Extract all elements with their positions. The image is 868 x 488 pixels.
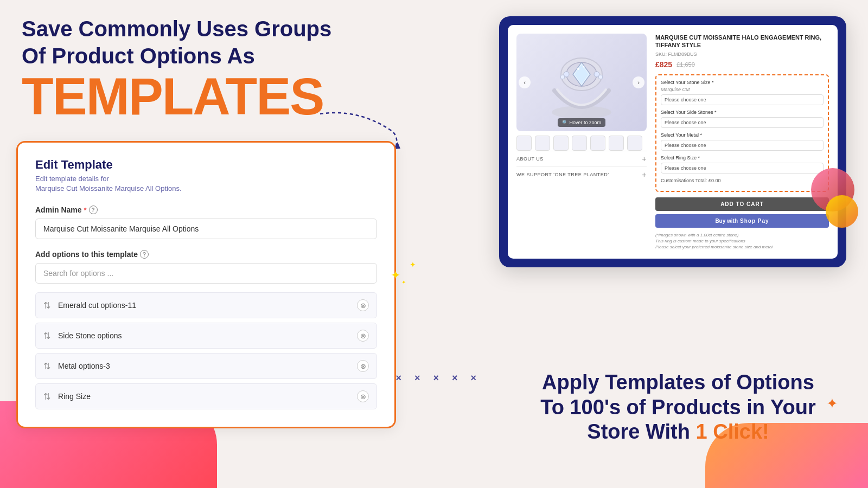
thumbnail-7[interactable] bbox=[627, 136, 642, 151]
product-title: MARQUISE CUT MOISSANITE HALO ENGAGEMENT … bbox=[655, 34, 829, 49]
product-main-image: 🔍 Hover to zoom ‹ › bbox=[516, 34, 647, 131]
list-item: ⇅ Emerald cut options-11 ⊗ bbox=[35, 292, 377, 318]
admin-name-help-icon[interactable]: ? bbox=[89, 206, 98, 214]
left-panel: Save Commonly Uses Groups Of Product Opt… bbox=[22, 16, 401, 133]
tree-planted-plus[interactable]: + bbox=[642, 170, 647, 179]
product-notes: (*Images shown with a 1.00ct centre ston… bbox=[655, 232, 829, 251]
svg-point-3 bbox=[577, 68, 579, 70]
apply-text-line3: Store With 1 Click! bbox=[510, 420, 846, 445]
option-list: ⇅ Emerald cut options-11 ⊗ ⇅ Side Stone … bbox=[35, 292, 377, 409]
click-highlight: 1 Click! bbox=[696, 420, 769, 443]
edit-template-card: Edit Template Edit template details for … bbox=[16, 141, 396, 428]
dashed-arrow bbox=[315, 103, 380, 146]
prev-image-button[interactable]: ‹ bbox=[519, 76, 531, 88]
apply-text-line2: To 100's of Products in Your bbox=[510, 395, 846, 420]
thumbnail-1[interactable] bbox=[516, 136, 532, 151]
purchase-actions: ADD TO CART Buy with Shop Pay (*Images s… bbox=[655, 197, 829, 251]
metal-label: Select Your Metal * bbox=[661, 132, 824, 138]
thumbnail-row bbox=[516, 136, 647, 151]
metal-select[interactable]: Please choose one bbox=[661, 140, 824, 151]
required-star: * bbox=[84, 206, 87, 214]
side-stones-select[interactable]: Please choose one bbox=[661, 117, 824, 128]
next-image-button[interactable]: › bbox=[633, 76, 644, 88]
remove-option-3-button[interactable]: ⊗ bbox=[357, 360, 369, 372]
thumbnail-4[interactable] bbox=[572, 136, 587, 151]
search-input-wrap bbox=[35, 263, 377, 284]
product-preview-frame: 🔍 Hover to zoom ‹ › ABOUT US + bbox=[499, 16, 846, 267]
hover-to-zoom-label: 🔍 Hover to zoom bbox=[558, 118, 605, 127]
option-group-side-stones: Select Your Side Stones * Please choose … bbox=[661, 110, 824, 128]
shop-pay-button[interactable]: Buy with Shop Pay bbox=[655, 214, 829, 228]
sparkle-star-3: ✦ bbox=[401, 279, 406, 285]
price-new: £825 bbox=[655, 60, 672, 69]
sparkle-star-2: ✦ bbox=[410, 260, 416, 269]
option-left-1: ⇅ Emerald cut options-11 bbox=[43, 300, 136, 311]
product-sku: SKU: FLMD89BUS bbox=[655, 52, 829, 57]
remove-option-1-button[interactable]: ⊗ bbox=[357, 299, 369, 311]
product-options-section: Select Your Stone Size * Marquise Cut Pl… bbox=[655, 74, 829, 192]
product-detail-col: MARQUISE CUT MOISSANITE HALO ENGAGEMENT … bbox=[655, 34, 829, 250]
option-name-4: Ring Size bbox=[58, 392, 91, 401]
list-item: ⇅ Side Stone options ⊗ bbox=[35, 323, 377, 349]
about-us-plus[interactable]: + bbox=[642, 155, 647, 163]
about-us-label: ABOUT US bbox=[516, 156, 544, 162]
option-group-stone-size: Select Your Stone Size * Marquise Cut Pl… bbox=[661, 80, 824, 105]
product-image-col: 🔍 Hover to zoom ‹ › ABOUT US + bbox=[516, 34, 647, 250]
about-us-row: ABOUT US + bbox=[516, 151, 647, 166]
side-stones-label: Select Your Side Stones * bbox=[661, 110, 824, 115]
list-item: ⇅ Ring Size ⊗ bbox=[35, 383, 377, 409]
option-name-2: Side Stone options bbox=[58, 331, 122, 340]
remove-option-4-button[interactable]: ⊗ bbox=[357, 390, 369, 402]
headline-line1: Save Commonly Uses Groups bbox=[22, 16, 401, 41]
admin-name-label: Admin Name * ? bbox=[35, 206, 377, 214]
ring-illustration bbox=[538, 42, 625, 123]
apply-text-line1: Apply Templates of Options bbox=[510, 370, 846, 395]
sort-icon-3: ⇅ bbox=[43, 361, 50, 371]
sparkle-star-1: ✦ bbox=[391, 268, 400, 282]
option-left-3: ⇅ Metal options-3 bbox=[43, 361, 110, 371]
headline-line2: Of Product Options As bbox=[22, 43, 401, 68]
customizations-total: Customisations Total: £0.00 bbox=[661, 178, 824, 183]
price-old: £1,650 bbox=[676, 61, 695, 68]
card-subtitle: Edit template details for Marquise Cut M… bbox=[35, 174, 377, 194]
orange-circle-decoration bbox=[826, 195, 858, 228]
option-left-2: ⇅ Side Stone options bbox=[43, 331, 122, 341]
add-options-label: Add options to this template ? bbox=[35, 250, 377, 259]
right-panel: 🔍 Hover to zoom ‹ › ABOUT US + bbox=[499, 16, 846, 267]
search-options-input[interactable] bbox=[35, 263, 377, 284]
option-left-4: ⇅ Ring Size bbox=[43, 391, 91, 402]
card-title: Edit Template bbox=[35, 158, 377, 172]
tree-planted-row: WE SUPPORT 'ONE TREE PLANTED' + bbox=[516, 166, 647, 182]
svg-point-4 bbox=[583, 66, 585, 68]
ring-size-select[interactable]: Please choose one bbox=[661, 163, 824, 174]
sparkle-star-4: ✦ bbox=[826, 395, 838, 412]
svg-point-7 bbox=[560, 75, 565, 79]
option-name-1: Emerald cut options-11 bbox=[58, 301, 136, 310]
price-row: £825 £1,650 bbox=[655, 60, 829, 69]
thumbnail-5[interactable] bbox=[590, 136, 605, 151]
ring-size-label: Select Ring Size * bbox=[661, 155, 824, 160]
right-text-section: Apply Templates of Options To 100's of P… bbox=[510, 370, 846, 445]
stone-size-sublabel: Marquise Cut bbox=[661, 87, 824, 92]
thumbnail-6[interactable] bbox=[609, 136, 624, 151]
list-item: ⇅ Metal options-3 ⊗ bbox=[35, 353, 377, 379]
product-inner: 🔍 Hover to zoom ‹ › ABOUT US + bbox=[508, 25, 838, 259]
add-to-cart-button[interactable]: ADD TO CART bbox=[655, 197, 829, 211]
thumbnail-2[interactable] bbox=[535, 136, 550, 151]
option-group-ring-size: Select Ring Size * Please choose one bbox=[661, 155, 824, 174]
tree-planted-label: WE SUPPORT 'ONE TREE PLANTED' bbox=[516, 172, 609, 177]
admin-name-input[interactable] bbox=[35, 219, 377, 239]
sort-icon-4: ⇅ bbox=[43, 391, 50, 402]
sort-icon-2: ⇅ bbox=[43, 331, 50, 341]
stone-size-label: Select Your Stone Size * bbox=[661, 80, 824, 85]
shop-pay-label: Shop Pay bbox=[740, 218, 769, 224]
option-name-3: Metal options-3 bbox=[58, 362, 110, 370]
remove-option-2-button[interactable]: ⊗ bbox=[357, 330, 369, 342]
sort-icon-1: ⇅ bbox=[43, 300, 50, 311]
option-group-metal: Select Your Metal * Please choose one bbox=[661, 132, 824, 151]
svg-point-8 bbox=[598, 75, 603, 79]
thumbnail-3[interactable] bbox=[553, 136, 569, 151]
stone-size-select[interactable]: Please choose one bbox=[661, 94, 824, 105]
add-options-help-icon[interactable]: ? bbox=[140, 250, 149, 259]
